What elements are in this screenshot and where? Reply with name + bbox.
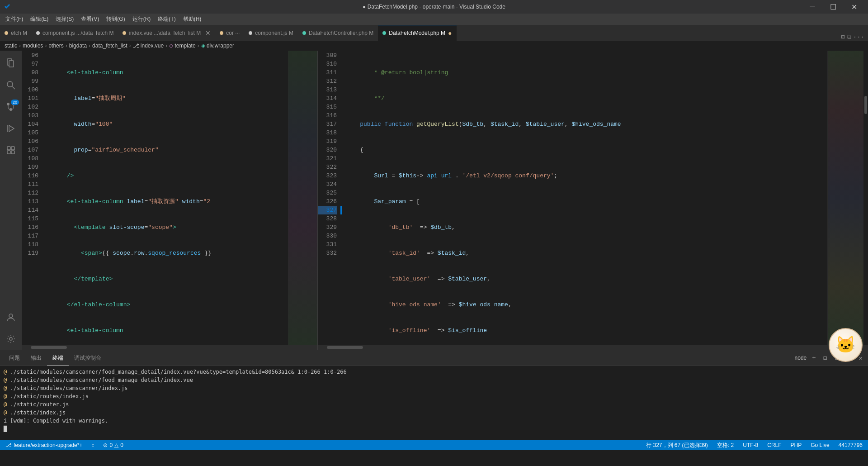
indentation[interactable]: 空格: 2	[715, 442, 736, 449]
right-line-numbers: 309 310 311 312 313 314 315 316 317 318 …	[318, 51, 340, 345]
activity-icon-account[interactable]	[0, 306, 22, 328]
tab-label-etch: etch M	[11, 30, 27, 36]
sync-icon[interactable]: ↕	[90, 442, 96, 448]
menu-view[interactable]: 查看(V)	[77, 14, 103, 25]
menu-bar: 文件(F) 编辑(E) 选择(S) 查看(V) 转到(G) 运行(R) 终端(T…	[0, 14, 868, 25]
svg-rect-9	[7, 147, 10, 150]
terminal-content[interactable]: @ ./static/modules/camscanner/food_manag…	[0, 366, 868, 440]
line-ending-label: CRLF	[767, 442, 781, 448]
panel-tab-output[interactable]: 输出	[25, 350, 47, 366]
menu-terminal[interactable]: 终端(T)	[154, 14, 179, 25]
title-bar-title: ● DataFetchModel.php - operate-main - Vi…	[363, 4, 505, 10]
left-code-area[interactable]: 96 97 98 99 100 101 102 103 104 105 106 …	[22, 51, 317, 345]
line-ending[interactable]: CRLF	[765, 442, 783, 448]
breadcrumb-template[interactable]: ◇ template	[169, 43, 195, 49]
tab-component-js2[interactable]: component.js M	[244, 25, 298, 41]
breadcrumb: static › modules › others › bigdata › da…	[0, 41, 868, 51]
svg-marker-7	[9, 125, 14, 132]
right-minimap	[827, 51, 863, 345]
code-line-97: label="抽取周期"	[46, 94, 288, 103]
tab-label-component2: component.js M	[255, 30, 293, 36]
activity-icon-extensions[interactable]	[0, 139, 22, 161]
menu-goto[interactable]: 转到(G)	[103, 14, 128, 25]
split-terminal-icon[interactable]: ⊟	[821, 352, 829, 364]
activity-icon-explorer[interactable]	[0, 52, 22, 74]
panel-tab-debug[interactable]: 调试控制台	[69, 350, 107, 366]
breadcrumb-others[interactable]: others	[48, 43, 63, 49]
menu-edit[interactable]: 编辑(E)	[27, 14, 52, 25]
menu-run[interactable]: 运行(R)	[129, 14, 155, 25]
menu-help[interactable]: 帮助(H)	[179, 14, 205, 25]
tab-label-controller: DataFetchController.php M	[309, 30, 373, 36]
left-scrollbar-thumb	[31, 346, 67, 349]
more-actions-icon[interactable]: ···	[853, 33, 864, 41]
code-line-102: <template slot-scope="scope">	[46, 223, 288, 232]
cursor-position[interactable]: 行 327，列 67 (已选择39)	[644, 442, 710, 449]
split-editor-icon[interactable]: ⧉	[847, 33, 851, 41]
terminal-line-4: @ ./static/routes/index.js	[4, 392, 864, 400]
right-scrollbar-v[interactable]	[863, 51, 868, 345]
right-code-content[interactable]: * @return bool|string **/ public functio…	[342, 51, 827, 345]
tab-icon-controller	[302, 31, 306, 35]
breadcrumb-static[interactable]: static	[5, 43, 17, 49]
title-bar: ● DataFetchModel.php - operate-main - Vi…	[0, 0, 868, 14]
language-label: PHP	[791, 442, 802, 448]
git-branch-label: feature/extraction-upgrade*+	[14, 442, 82, 448]
code-line-106: <el-table-column	[46, 326, 288, 335]
svg-line-3	[12, 86, 15, 89]
breadcrumb-modules[interactable]: modules	[23, 43, 43, 49]
tab-index-vue[interactable]: index.vue ...\data_fetch_list M ✕	[118, 25, 215, 41]
editor-layout-icon[interactable]: ⊡	[841, 33, 844, 41]
menu-select[interactable]: 选择(S)	[52, 14, 77, 25]
svg-rect-10	[11, 147, 14, 150]
menu-file[interactable]: 文件(F)	[2, 14, 27, 25]
right-code-area[interactable]: 309 310 311 312 313 314 315 316 317 318 …	[318, 51, 868, 345]
breadcrumb-index-vue[interactable]: ⎇ index.vue	[133, 43, 164, 49]
encoding[interactable]: UTF-8	[741, 442, 760, 448]
right-scrollbar-thumb	[864, 96, 867, 114]
code-line-309: * @return bool|string	[346, 68, 827, 77]
sync-arrows-icon: ↕	[91, 442, 94, 448]
activity-icon-settings[interactable]	[0, 328, 22, 350]
code-line-103: <span>{{ scope.row.sqoop_resources }}	[46, 249, 288, 257]
tab-component-js[interactable]: component.js ...\data_fetch M	[32, 25, 118, 41]
breadcrumb-bigdata[interactable]: bigdata	[69, 43, 87, 49]
tab-icon-component	[36, 31, 40, 35]
close-button[interactable]: ✕	[844, 0, 864, 14]
errors-count[interactable]: ⊘ 0 △ 0	[101, 442, 125, 448]
left-scrollbar-h[interactable]	[22, 345, 317, 350]
add-terminal-icon[interactable]: +	[810, 352, 817, 363]
code-line-316: 'task_id' => $task_id,	[346, 249, 827, 257]
tab-icon-component2	[249, 31, 252, 35]
activity-icon-search[interactable]	[0, 74, 22, 96]
tab-datafetchmodel[interactable]: DataFetchModel.php M ●	[378, 25, 456, 41]
right-scrollbar-thumb-h	[327, 346, 363, 349]
right-scrollbar-h[interactable]	[318, 345, 868, 350]
panel-tab-terminal[interactable]: 终端	[47, 350, 69, 366]
tab-datafetchcontroller[interactable]: DataFetchController.php M	[298, 25, 378, 41]
language-mode[interactable]: PHP	[789, 442, 804, 448]
code-line-99: prop="airflow_scheduler"	[46, 146, 288, 154]
code-line-314: $ar_param = [	[346, 197, 827, 206]
left-code-content[interactable]: <el-table-column label="抽取周期" width="100…	[42, 51, 288, 345]
breadcrumb-data-fetch-list[interactable]: data_fetch_list	[92, 43, 127, 49]
maximize-button[interactable]: ☐	[823, 0, 844, 14]
tab-cor[interactable]: cor ···	[215, 25, 244, 41]
panel-tab-problems[interactable]: 问题	[4, 350, 25, 366]
cat-decoration: 🐱	[829, 328, 863, 362]
tab-etch[interactable]: etch M	[0, 25, 32, 41]
breadcrumb-div-wrapper[interactable]: ◈ div.wrapper	[201, 43, 234, 49]
git-branch[interactable]: ⎇ feature/extraction-upgrade*+	[4, 442, 84, 448]
code-line-311: public function getQueryList($db_tb, $ta…	[346, 120, 827, 128]
tab-close-index[interactable]: ✕	[205, 29, 211, 37]
title-bar-controls: ─ ☐ ✕	[802, 0, 864, 14]
go-live-label: Go Live	[811, 442, 829, 448]
wechat-id[interactable]: 44177796	[837, 442, 864, 448]
code-line-319: 'is_offline' => $is_offline	[346, 326, 827, 335]
tab-bar: etch M component.js ...\data_fetch M ind…	[0, 25, 868, 41]
activity-icon-run[interactable]	[0, 118, 22, 139]
tab-icon-etch	[5, 31, 8, 35]
activity-icon-source-control[interactable]: 20	[0, 96, 22, 118]
minimize-button[interactable]: ─	[802, 0, 823, 14]
go-live[interactable]: Go Live	[809, 442, 831, 448]
